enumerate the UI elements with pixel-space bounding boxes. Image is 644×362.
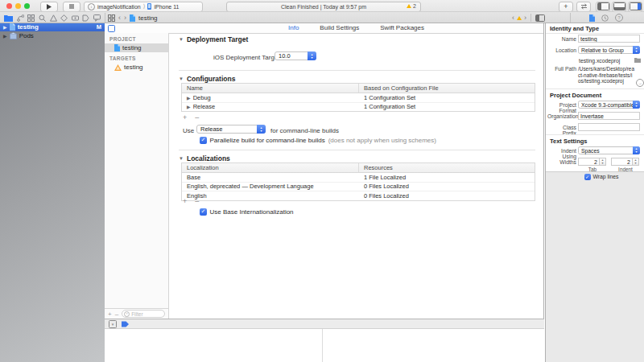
filter-field[interactable] <box>122 310 165 318</box>
tab-symbol-navigator[interactable] <box>27 14 35 22</box>
table-row[interactable]: ▶ Release 1 Configuration Set <box>182 103 535 112</box>
toggle-debug-area-button[interactable] <box>612 2 626 12</box>
toggle-inspector-button[interactable] <box>628 2 642 12</box>
class-prefix-input[interactable] <box>579 125 639 131</box>
organization-field[interactable] <box>578 112 640 120</box>
toggle-navigator-button[interactable] <box>596 2 610 12</box>
tab-quick-help-inspector[interactable] <box>615 14 623 22</box>
checkbox-checked-icon[interactable] <box>584 174 591 180</box>
project-format-popup[interactable]: Xcode 9.3-compatible <box>578 101 640 109</box>
table-row[interactable]: Base 1 File Localized <box>182 173 535 183</box>
filter-input[interactable] <box>131 311 155 317</box>
indent-width-stepper[interactable]: 2 <box>611 158 639 166</box>
jump-bar-file[interactable]: testing <box>138 14 158 22</box>
tab-width-stepper[interactable]: 2 <box>578 158 606 166</box>
stepper-arrows-icon[interactable] <box>633 158 639 166</box>
disclosure-icon[interactable]: ▶ <box>3 33 7 39</box>
open-in-finder-arrow-icon[interactable]: → <box>636 79 644 87</box>
disclosure-icon[interactable]: ▶ <box>3 24 7 30</box>
add-localization-button[interactable]: + <box>183 197 187 205</box>
disclosure-icon[interactable]: ▶ <box>187 95 191 101</box>
disclosure-icon[interactable]: ▼ <box>179 37 184 42</box>
forward-button[interactable]: › <box>124 14 126 22</box>
popup-chevrons-icon <box>633 146 640 154</box>
add-button[interactable]: + <box>108 311 112 318</box>
remove-configuration-button[interactable]: – <box>195 113 199 121</box>
tab-width-value[interactable]: 2 <box>578 158 600 166</box>
remove-button[interactable]: – <box>115 311 118 318</box>
tab-file-inspector[interactable] <box>589 14 595 22</box>
remove-localization-button[interactable]: – <box>195 197 199 205</box>
table-row[interactable]: English 0 Files Localized <box>182 191 535 200</box>
table-row[interactable]: English, deprecated — Development Langua… <box>182 183 535 192</box>
disclosure-icon[interactable]: ▼ <box>179 76 184 81</box>
debug-gauge-icon <box>72 14 79 22</box>
project-item[interactable]: testing <box>105 43 168 52</box>
divider <box>570 13 571 23</box>
indent-using-popup[interactable]: Spaces <box>578 146 640 154</box>
tab-build-settings[interactable]: Build Settings <box>320 24 359 31</box>
related-items-icon[interactable] <box>108 14 115 22</box>
indent-width-value[interactable]: 2 <box>611 158 633 166</box>
run-button[interactable] <box>40 2 58 12</box>
project-structure-icon[interactable] <box>108 25 115 32</box>
column-header[interactable]: Resources <box>359 164 535 171</box>
column-header[interactable]: Based on Configuration File <box>359 84 535 92</box>
command-line-config-popup[interactable]: Release <box>196 125 266 134</box>
column-header[interactable]: Localization <box>182 163 359 172</box>
disclosure-icon[interactable]: ▼ <box>179 156 184 161</box>
tab-project-navigator[interactable] <box>4 14 13 22</box>
zoom-window-button[interactable] <box>24 3 30 9</box>
localization-value: 0 Files Localized <box>359 183 535 190</box>
console-view[interactable] <box>323 329 544 362</box>
class-prefix-field[interactable] <box>578 123 640 131</box>
tab-debug-navigator[interactable] <box>72 14 79 22</box>
previous-issue-button[interactable]: ‹ <box>512 14 514 22</box>
scheme-selector[interactable]: imageNotification ⟩ iPhone 11 <box>84 2 203 12</box>
next-issue-button[interactable]: › <box>524 14 526 22</box>
tab-swift-packages[interactable]: Swift Packages <box>380 24 424 31</box>
variables-view[interactable] <box>105 329 322 362</box>
breakpoints-toggle-icon[interactable] <box>122 321 129 327</box>
tab-source-control-navigator[interactable] <box>17 14 24 22</box>
play-icon <box>47 4 52 10</box>
navigator-item-testing[interactable]: ▶ testing M <box>0 23 105 31</box>
add-configuration-button[interactable]: + <box>183 113 187 121</box>
project-editor: Info Build Settings Swift Packages PROJE… <box>105 23 544 319</box>
checkbox-checked-icon[interactable] <box>200 137 207 144</box>
back-button[interactable]: ‹ <box>118 14 121 22</box>
name-field[interactable] <box>578 35 640 43</box>
tab-issue-navigator[interactable] <box>50 14 57 22</box>
library-button[interactable]: + <box>559 2 573 12</box>
localization-name: Base <box>182 174 359 181</box>
tab-breakpoint-navigator[interactable] <box>82 14 89 22</box>
checkbox-checked-icon[interactable] <box>200 208 207 216</box>
close-window-button[interactable] <box>6 3 12 9</box>
minimize-window-button[interactable] <box>15 3 21 9</box>
table-row[interactable]: ▶ Debug 1 Configuration Set <box>182 93 535 103</box>
column-header[interactable]: Name <box>182 84 359 93</box>
tab-report-navigator[interactable] <box>93 14 101 22</box>
warning-badge[interactable]: 2 <box>407 3 416 9</box>
location-popup[interactable]: Relative to Group <box>578 46 640 54</box>
parallelize-label: Parallelize build for command-line build… <box>210 137 325 144</box>
hide-debug-area-icon[interactable] <box>109 320 117 328</box>
navigator-item-pods[interactable]: ▶ Pods <box>0 31 105 40</box>
tab-info[interactable]: Info <box>288 24 299 31</box>
deployment-target-popup[interactable]: 10.0 <box>275 51 316 60</box>
stop-button[interactable] <box>63 2 80 12</box>
disclosure-icon[interactable]: ▶ <box>187 104 191 109</box>
target-item[interactable]: testing <box>105 63 168 72</box>
tab-history-inspector[interactable] <box>601 14 609 22</box>
folder-small-icon[interactable] <box>634 57 641 63</box>
stepper-arrows-icon[interactable] <box>600 158 606 166</box>
localization-name: English, deprecated — Development Langua… <box>182 183 359 190</box>
tab-find-navigator[interactable] <box>39 14 46 22</box>
organization-input[interactable] <box>579 113 639 120</box>
editor-options-button[interactable] <box>576 2 591 12</box>
name-input[interactable] <box>579 36 639 43</box>
tab-test-navigator[interactable] <box>60 14 68 22</box>
popup-value: 10.0 <box>279 52 291 60</box>
editor-mode-icon[interactable] <box>535 14 545 22</box>
toolbar: imageNotification ⟩ iPhone 11 Clean Fini… <box>0 0 644 23</box>
